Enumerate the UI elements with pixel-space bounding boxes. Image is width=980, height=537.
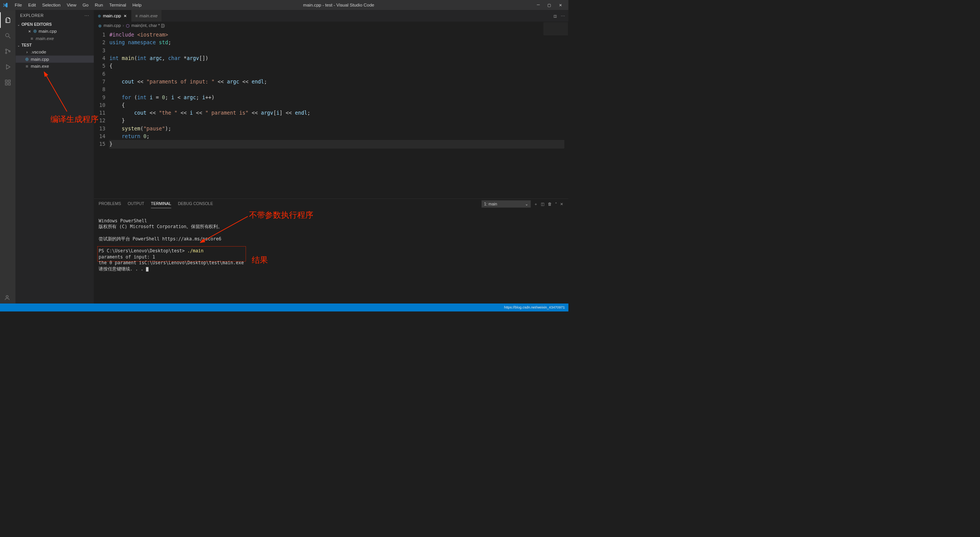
svg-point-10 [6,295,8,297]
source-control-icon[interactable] [0,43,16,59]
tabs-row: ⊕main.cpp✕≡main.exe ◫ ··· [94,10,569,22]
menu-help[interactable]: Help [129,2,145,7]
sidebar: EXPLORER ··· ⌄OPEN EDITORS ✕⊕main.cpp≡ma… [16,10,94,304]
file-label: .vscode [31,49,46,54]
svg-rect-8 [8,83,10,85]
close-icon[interactable]: ✕ [28,29,31,33]
svg-rect-7 [5,83,7,85]
close-icon[interactable]: ✕ [124,13,127,18]
vscode-logo-icon [2,2,8,8]
more-actions-icon[interactable]: ··· [561,14,565,18]
svg-point-0 [6,33,9,37]
bottom-panel: PROBLEMSOUTPUTTERMINALDEBUG CONSOLE 1: m… [94,198,569,304]
status-bar: https://blog.csdn.net/weixin_43470971 [0,304,569,312]
minimap[interactable] [544,22,568,35]
panel-tab-terminal[interactable]: TERMINAL [151,200,171,208]
file-label: main.cpp [38,29,57,34]
split-editor-icon[interactable]: ◫ [554,14,557,18]
run-debug-icon[interactable] [0,59,16,75]
sidebar-title: EXPLORER ··· [16,10,94,21]
menu-selection[interactable]: Selection [39,2,64,7]
cpp-file-icon: ⊕ [32,28,37,34]
close-panel-icon[interactable]: ✕ [560,202,564,207]
cpp-file-icon: ⊕ [98,13,101,18]
terminal-selector[interactable]: 1: main⌄ [482,200,531,208]
svg-line-1 [8,37,10,38]
file-label: main.exe [36,36,54,41]
file-label: main.exe [31,64,49,69]
menu-go[interactable]: Go [79,2,92,7]
close-button[interactable]: ✕ [555,3,566,8]
panel-tab-problems[interactable]: PROBLEMS [99,200,121,208]
chevron-down-icon: ⌄ [525,202,528,207]
exe-file-icon: ≡ [30,36,35,41]
tab-main.exe[interactable]: ≡main.exe [131,10,162,22]
exe-file-icon: ≡ [135,13,138,18]
menu-terminal[interactable]: Terminal [106,2,129,7]
svg-point-3 [5,52,7,54]
svg-marker-5 [7,65,10,69]
cpp-file-icon: ⊕ [25,57,30,62]
line-numbers: 123456789101112131415 [94,30,110,198]
chevron-up-icon[interactable]: ˄ [555,202,557,207]
extensions-icon[interactable] [0,75,16,90]
svg-rect-6 [5,80,7,82]
tab-main.cpp[interactable]: ⊕main.cpp✕ [94,10,132,22]
svg-rect-9 [8,80,10,82]
menu-view[interactable]: View [64,2,79,7]
accounts-icon[interactable] [4,295,10,302]
menu-run[interactable]: Run [92,2,106,7]
file-main.exe[interactable]: ≡main.exe [16,63,94,70]
new-terminal-icon[interactable]: ＋ [534,201,538,207]
file-.vscode[interactable]: ›.vscode [16,48,94,56]
breadcrumb[interactable]: ⊕ main.cpp› ⬡ main(int, char * []) [94,22,569,30]
tab-label: main.cpp [103,13,121,18]
trash-icon[interactable]: 🗑 [548,202,552,206]
workspace-header[interactable]: ⌄TEST [16,42,94,48]
cpp-file-icon: ⊕ [98,23,102,28]
explorer-icon[interactable] [0,12,16,28]
svg-point-2 [5,49,7,50]
file-main.cpp[interactable]: ⊕main.cpp [16,55,94,63]
editor-area: ⊕main.cpp✕≡main.exe ◫ ··· ⊕ main.cpp› ⬡ … [94,10,569,304]
panel-tab-debug-console[interactable]: DEBUG CONSOLE [178,200,213,208]
split-terminal-icon[interactable]: ◫ [541,202,545,207]
menu-file[interactable]: File [12,2,25,7]
cursor-icon [146,267,148,272]
window-title: main.cpp - test - Visual Studio Code [145,2,533,7]
open-editor-main.exe[interactable]: ≡main.exe [16,35,94,42]
chevron-right-icon: › [25,49,30,54]
open-editor-main.cpp[interactable]: ✕⊕main.cpp [16,28,94,35]
open-editors-header[interactable]: ⌄OPEN EDITORS [16,21,94,28]
tab-label: main.exe [139,13,157,18]
panel-tabs: PROBLEMSOUTPUTTERMINALDEBUG CONSOLE 1: m… [94,199,569,209]
symbol-icon: ⬡ [126,23,130,28]
exe-file-icon: ≡ [25,64,30,69]
watermark: https://blog.csdn.net/weixin_43470971 [504,305,565,309]
maximize-button[interactable]: ▢ [544,3,555,8]
terminal-body[interactable]: Windows PowerShell 版权所有 (C) Microsoft Co… [94,209,569,303]
menu-edit[interactable]: Edit [25,2,39,7]
activity-bar [0,10,16,304]
file-label: main.cpp [31,57,49,62]
more-icon[interactable]: ··· [85,13,89,18]
code-editor[interactable]: 123456789101112131415 #include <iostream… [94,30,569,198]
panel-tab-output[interactable]: OUTPUT [128,200,144,208]
minimize-button[interactable]: ─ [533,3,544,7]
search-icon[interactable] [0,28,16,44]
titlebar: FileEditSelectionViewGoRunTerminalHelp m… [0,0,569,10]
